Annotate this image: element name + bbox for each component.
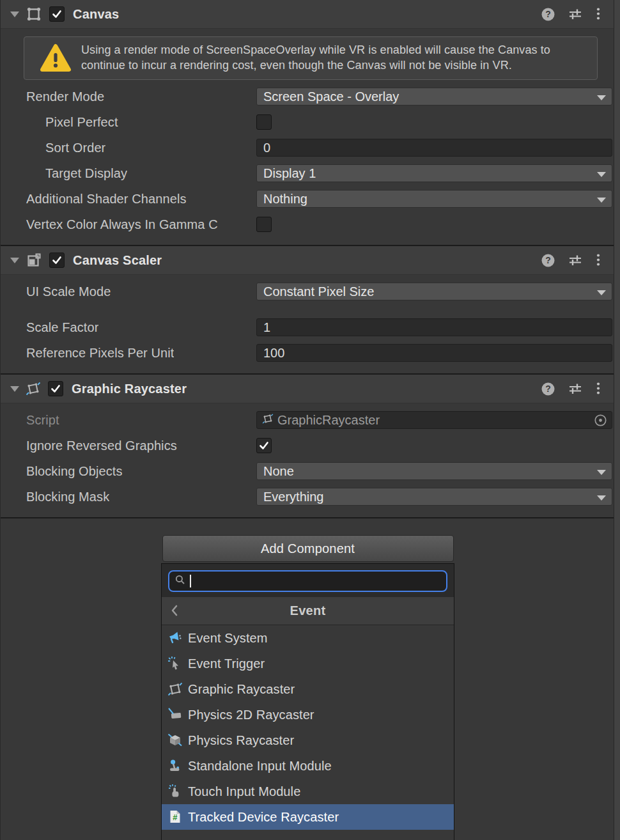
event-system-icon (167, 630, 183, 646)
help-icon[interactable]: ? (541, 7, 555, 22)
csharp-script-icon: # (167, 809, 183, 825)
menu-item-touch-input-module[interactable]: Touch Input Module (162, 779, 454, 804)
property-row-target-display: Target Display Display 1 (1, 164, 615, 182)
chevron-left-icon[interactable] (167, 603, 183, 618)
presets-icon[interactable] (568, 381, 583, 396)
physics-2d-raycaster-icon (167, 707, 183, 722)
standalone-input-module-icon (167, 758, 183, 774)
ignore-reversed-graphics-checkbox[interactable] (256, 438, 272, 453)
more-icon[interactable] (595, 253, 601, 268)
render-mode-value: Screen Space - Overlay (263, 89, 399, 104)
canvas-header[interactable]: Canvas ? (1, 0, 615, 29)
property-row-render-mode: Render Mode Screen Space - Overlay (1, 88, 615, 105)
property-row-ignore-reversed-graphics: Ignore Reversed Graphics (1, 437, 615, 455)
menu-item-label: Event System (188, 631, 268, 646)
object-picker-icon[interactable] (594, 414, 607, 427)
scale-factor-value: 1 (263, 320, 270, 335)
property-row-blocking-mask: Blocking Mask Everything (1, 488, 615, 506)
graphic-raycaster-body: Script GraphicRaycaster Ignore Reversed … (1, 411, 615, 517)
ui-scale-mode-dropdown[interactable]: Constant Pixel Size (256, 283, 612, 300)
property-row-scale-factor: Scale Factor 1 (1, 318, 615, 336)
component-menu-category-header: Event (162, 597, 454, 625)
inspector-content: Canvas ? Using a render mode of ScreenSp… (1, 0, 615, 840)
foldout-arrow-icon[interactable] (10, 386, 19, 392)
dropdown-arrow-icon (597, 495, 606, 501)
menu-item-event-system[interactable]: Event System (162, 625, 454, 651)
canvas-body: Using a render mode of ScreenSpaceOverla… (1, 36, 615, 245)
menu-item-tracked-device-raycaster[interactable]: # Tracked Device Raycaster (162, 804, 454, 830)
pixel-perfect-label: Pixel Perfect (45, 115, 118, 130)
ignore-reversed-graphics-label: Ignore Reversed Graphics (26, 439, 177, 453)
target-display-dropdown[interactable]: Display 1 (256, 164, 612, 182)
menu-item-label: Event Trigger (188, 657, 265, 671)
vertex-color-always-in-gamma-c-label: Vertex Color Always In Gamma C (26, 217, 218, 232)
menu-item-event-trigger[interactable]: Event Trigger (162, 651, 454, 676)
reference-pixels-per-unit-value: 100 (263, 346, 284, 361)
presets-icon[interactable] (568, 6, 583, 22)
more-icon[interactable] (595, 6, 601, 22)
warning-text: Using a render mode of ScreenSpaceOverla… (81, 43, 588, 74)
component-menu-list: Event System Event Trigger Graphic Rayca… (162, 625, 454, 830)
render-mode-dropdown[interactable]: Screen Space - Overlay (256, 88, 612, 105)
script-label: Script (26, 413, 59, 428)
section-graphic-raycaster: Graphic Raycaster ? Script GraphicRaycas… (1, 373, 615, 517)
ui-scale-mode-value: Constant Pixel Size (263, 284, 374, 299)
reference-pixels-per-unit-label: Reference Pixels Per Unit (26, 346, 174, 361)
target-display-value: Display 1 (263, 166, 316, 181)
canvas-title: Canvas (73, 7, 119, 22)
help-icon[interactable]: ? (541, 253, 555, 268)
help-icon[interactable]: ? (541, 382, 555, 396)
foldout-arrow-icon[interactable] (10, 258, 19, 263)
inspector-scrollbar[interactable] (614, 0, 620, 840)
canvas-scaler-header[interactable]: Canvas Scaler ? (1, 245, 615, 275)
canvas-icon (26, 6, 42, 22)
property-row-blocking-objects: Blocking Objects None (1, 462, 615, 480)
menu-item-label: Touch Input Module (188, 784, 300, 799)
additional-shader-channels-dropdown[interactable]: Nothing (256, 190, 612, 208)
add-component-area: Add Component Event Event System Event T (1, 517, 615, 840)
property-row-script: Script GraphicRaycaster (1, 411, 615, 429)
script-object-field[interactable]: GraphicRaycaster (256, 411, 612, 429)
component-menu-category-title: Event (290, 603, 326, 618)
menu-item-label: Physics Raycaster (188, 733, 294, 748)
property-row-additional-shader-channels: Additional Shader Channels Nothing (1, 190, 615, 208)
blocking-objects-dropdown[interactable]: None (256, 462, 612, 480)
menu-item-standalone-input-module[interactable]: Standalone Input Module (162, 753, 454, 779)
graphic-raycaster-header[interactable]: Graphic Raycaster ? (1, 373, 615, 403)
dropdown-arrow-icon (597, 95, 606, 100)
component-search-input[interactable] (168, 570, 447, 592)
scale-factor-field[interactable]: 1 (256, 318, 612, 336)
graphic-raycaster-enabled-checkbox[interactable] (48, 381, 63, 396)
menu-item-physics-2d-raycaster[interactable]: Physics 2D Raycaster (162, 702, 454, 727)
scale-factor-label: Scale Factor (26, 320, 98, 335)
touch-input-module-icon (167, 784, 183, 799)
blocking-mask-dropdown[interactable]: Everything (256, 488, 612, 506)
reference-pixels-per-unit-field[interactable]: 100 (256, 344, 612, 362)
property-row-reference-pixels-per-unit: Reference Pixels Per Unit 100 (1, 344, 615, 362)
sort-order-field[interactable]: 0 (256, 139, 612, 157)
svg-text:?: ? (545, 255, 551, 265)
dropdown-arrow-icon (597, 290, 606, 295)
add-component-button[interactable]: Add Component (162, 535, 454, 562)
more-icon[interactable] (595, 381, 601, 396)
pixel-perfect-checkbox[interactable] (256, 114, 272, 130)
sort-order-value: 0 (263, 141, 270, 155)
component-search-row (162, 564, 454, 597)
presets-icon[interactable] (568, 253, 583, 268)
menu-item-graphic-raycaster[interactable]: Graphic Raycaster (162, 676, 454, 702)
warning-box: Using a render mode of ScreenSpaceOverla… (24, 36, 598, 80)
unity-inspector-panel: Canvas ? Using a render mode of ScreenSp… (0, 0, 620, 840)
section-canvas-scaler: Canvas Scaler ? UI Scale Mode Constant P… (1, 245, 615, 373)
canvas-enabled-checkbox[interactable] (49, 6, 65, 22)
canvas-scaler-enabled-checkbox[interactable] (49, 253, 65, 268)
menu-item-physics-raycaster[interactable]: Physics Raycaster (162, 727, 454, 753)
search-icon (174, 573, 187, 589)
ui-scale-mode-label: UI Scale Mode (26, 284, 111, 299)
render-mode-label: Render Mode (26, 89, 104, 104)
canvas-scaler-icon (26, 252, 42, 268)
vertex-color-always-in-gamma-c-checkbox[interactable] (256, 217, 272, 232)
property-row-vertex-color-always-in-gamma-c: Vertex Color Always In Gamma C (1, 215, 615, 233)
menu-item-label: Tracked Device Raycaster (188, 810, 339, 825)
foldout-arrow-icon[interactable] (10, 12, 19, 17)
blocking-objects-value: None (263, 464, 294, 479)
